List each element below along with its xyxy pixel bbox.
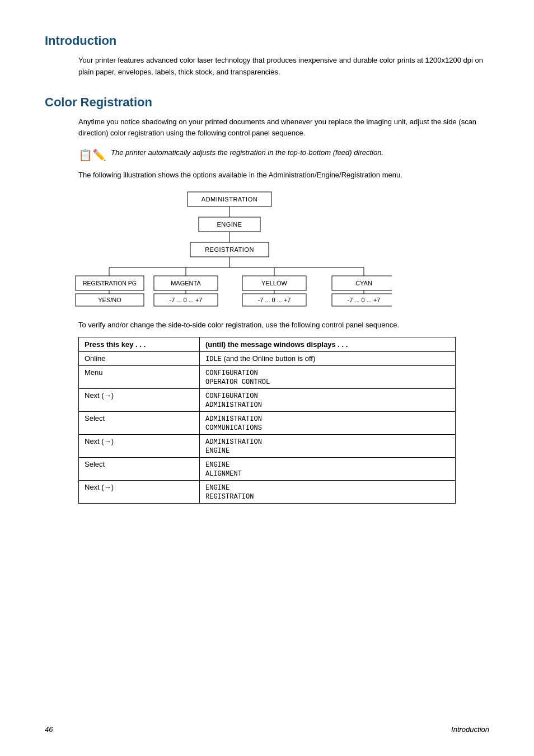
- page-number: 46: [45, 725, 53, 734]
- table-row: Next (→) ENGINE REGISTRATION: [79, 480, 456, 503]
- color-registration-section: Color Registration Anytime you notice sh…: [45, 95, 489, 504]
- message-cell: IDLE (and the Online button is off): [200, 351, 456, 365]
- message-cell: CONFIGURATION OPERATOR CONTROL: [200, 365, 456, 388]
- color-reg-body1: Anytime you notice shadowing on your pri…: [78, 116, 489, 140]
- table-row: Select ENGINE ALIGNMENT: [79, 457, 456, 480]
- key-cell: Next (→): [79, 480, 200, 503]
- message-cell: ENGINE ALIGNMENT: [200, 457, 456, 480]
- key-cell: Next (→): [79, 434, 200, 457]
- key-cell: Menu: [79, 365, 200, 388]
- color-reg-body2: The following illustration shows the opt…: [78, 170, 489, 181]
- svg-text:REGISTRATION PG: REGISTRATION PG: [83, 280, 137, 287]
- note-box: 📋✏️ The printer automatically adjusts th…: [78, 147, 489, 162]
- intro-heading: Introduction: [45, 34, 489, 48]
- svg-text:YES/NO: YES/NO: [98, 297, 121, 303]
- svg-text:MAGENTA: MAGENTA: [171, 280, 201, 287]
- key-cell: Select: [79, 457, 200, 480]
- svg-text:-7 ... 0 ... +7: -7 ... 0 ... +7: [169, 297, 202, 303]
- footer-title: Introduction: [451, 725, 489, 734]
- introduction-section: Introduction Your printer features advan…: [45, 34, 489, 78]
- page-footer: 46 Introduction: [45, 725, 489, 734]
- key-cell: Online: [79, 351, 200, 365]
- message-cell: ADMINISTRATION ENGINE: [200, 434, 456, 457]
- table-row: Next (→) ADMINISTRATION ENGINE: [79, 434, 456, 457]
- svg-text:-7 ... 0 ... +7: -7 ... 0 ... +7: [257, 297, 291, 303]
- message-cell: ENGINE REGISTRATION: [200, 480, 456, 503]
- color-reg-heading: Color Registration: [45, 95, 489, 110]
- intro-text: Your printer features advanced color las…: [78, 55, 489, 78]
- svg-text:REGISTRATION: REGISTRATION: [205, 246, 254, 253]
- table-row: Online IDLE (and the Online button is of…: [79, 351, 456, 365]
- diagram-svg: ADMINISTRATION ENGINE REGISTRATION: [67, 189, 392, 307]
- note-icon: 📋✏️: [78, 148, 106, 162]
- svg-text:ADMINISTRATION: ADMINISTRATION: [202, 196, 257, 203]
- note-text: The printer automatically adjusts the re…: [111, 147, 383, 158]
- svg-text:YELLOW: YELLOW: [261, 280, 287, 287]
- message-cell: ADMINISTRATION COMMUNICATIONS: [200, 411, 456, 434]
- menu-diagram: ADMINISTRATION ENGINE REGISTRATION: [67, 189, 489, 308]
- key-cell: Select: [79, 411, 200, 434]
- svg-text:ENGINE: ENGINE: [217, 221, 242, 228]
- key-sequence-table: Press this key . . . (until) the message…: [78, 337, 456, 504]
- table-row: Next (→) CONFIGURATION ADMINISTRATION: [79, 388, 456, 411]
- table-row: Menu CONFIGURATION OPERATOR CONTROL: [79, 365, 456, 388]
- message-cell: CONFIGURATION ADMINISTRATION: [200, 388, 456, 411]
- svg-text:-7 ... 0 ... +7: -7 ... 0 ... +7: [347, 297, 380, 303]
- table-row: Select ADMINISTRATION COMMUNICATIONS: [79, 411, 456, 434]
- svg-text:CYAN: CYAN: [355, 280, 372, 287]
- instruction-text: To verify and/or change the side-to-side…: [78, 320, 489, 331]
- col-header-message: (until) the message windows displays . .…: [200, 337, 456, 351]
- key-cell: Next (→): [79, 388, 200, 411]
- col-header-key: Press this key . . .: [79, 337, 200, 351]
